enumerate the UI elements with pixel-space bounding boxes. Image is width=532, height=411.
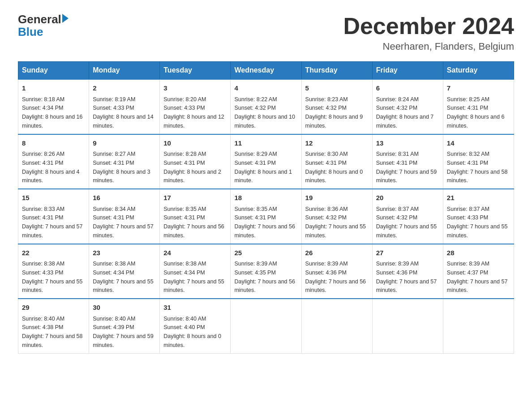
logo-arrow-icon [62,14,69,23]
calendar-cell: 1 Sunrise: 8:18 AMSunset: 4:34 PMDayligh… [18,79,89,134]
calendar-cell: 24 Sunrise: 8:38 AMSunset: 4:34 PMDaylig… [160,244,231,299]
calendar-cell: 5 Sunrise: 8:23 AMSunset: 4:32 PMDayligh… [301,79,372,134]
day-info: Sunrise: 8:36 AMSunset: 4:32 PMDaylight:… [305,206,366,239]
day-info: Sunrise: 8:40 AMSunset: 4:40 PMDaylight:… [163,316,221,348]
day-number: 11 [234,138,297,149]
calendar-cell: 26 Sunrise: 8:39 AMSunset: 4:36 PMDaylig… [301,244,372,299]
calendar-cell: 31 Sunrise: 8:40 AMSunset: 4:40 PMDaylig… [160,299,231,353]
day-info: Sunrise: 8:37 AMSunset: 4:32 PMDaylight:… [376,206,437,239]
calendar-cell: 27 Sunrise: 8:39 AMSunset: 4:36 PMDaylig… [372,244,443,299]
col-wednesday: Wednesday [231,62,301,80]
day-number: 21 [447,193,510,203]
calendar-cell: 29 Sunrise: 8:40 AMSunset: 4:38 PMDaylig… [18,299,89,353]
day-number: 20 [376,193,439,203]
day-info: Sunrise: 8:31 AMSunset: 4:31 PMDaylight:… [376,151,437,184]
col-monday: Monday [89,62,160,80]
calendar-week-row: 29 Sunrise: 8:40 AMSunset: 4:38 PMDaylig… [18,299,514,353]
calendar-cell: 19 Sunrise: 8:36 AMSunset: 4:32 PMDaylig… [301,189,372,244]
day-info: Sunrise: 8:37 AMSunset: 4:33 PMDaylight:… [447,206,508,239]
calendar-cell: 22 Sunrise: 8:38 AMSunset: 4:33 PMDaylig… [18,244,89,299]
day-info: Sunrise: 8:30 AMSunset: 4:31 PMDaylight:… [305,151,363,184]
calendar-cell [301,299,372,353]
calendar-cell: 28 Sunrise: 8:39 AMSunset: 4:37 PMDaylig… [443,244,514,299]
day-number: 15 [22,193,85,203]
calendar-week-row: 15 Sunrise: 8:33 AMSunset: 4:31 PMDaylig… [18,189,514,244]
calendar-cell: 15 Sunrise: 8:33 AMSunset: 4:31 PMDaylig… [18,189,89,244]
calendar-header: Sunday Monday Tuesday Wednesday Thursday… [18,62,514,80]
day-info: Sunrise: 8:20 AMSunset: 4:33 PMDaylight:… [163,96,224,129]
calendar-cell: 13 Sunrise: 8:31 AMSunset: 4:31 PMDaylig… [372,134,443,189]
day-number: 3 [163,83,227,94]
day-number: 29 [22,303,85,313]
logo-blue: Blue [18,25,69,39]
calendar-cell [443,299,514,353]
calendar-week-row: 8 Sunrise: 8:26 AMSunset: 4:31 PMDayligh… [18,134,514,189]
calendar-cell: 10 Sunrise: 8:28 AMSunset: 4:31 PMDaylig… [160,134,231,189]
day-number: 26 [305,248,369,258]
day-info: Sunrise: 8:39 AMSunset: 4:35 PMDaylight:… [234,261,295,293]
day-info: Sunrise: 8:27 AMSunset: 4:31 PMDaylight:… [93,151,150,184]
day-info: Sunrise: 8:35 AMSunset: 4:31 PMDaylight:… [234,206,295,239]
calendar-cell: 20 Sunrise: 8:37 AMSunset: 4:32 PMDaylig… [372,189,443,244]
calendar-table: Sunday Monday Tuesday Wednesday Thursday… [18,61,514,354]
day-info: Sunrise: 8:26 AMSunset: 4:31 PMDaylight:… [22,151,80,184]
day-info: Sunrise: 8:25 AMSunset: 4:31 PMDaylight:… [447,96,505,129]
calendar-cell: 23 Sunrise: 8:38 AMSunset: 4:34 PMDaylig… [89,244,160,299]
title-section: December 2024 Neerharen, Flanders, Belgi… [343,13,514,52]
logo-general: General [18,13,61,25]
calendar-week-row: 22 Sunrise: 8:38 AMSunset: 4:33 PMDaylig… [18,244,514,299]
header-row: Sunday Monday Tuesday Wednesday Thursday… [18,62,514,80]
col-thursday: Thursday [301,62,372,80]
location-title: Neerharen, Flanders, Belgium [343,41,514,52]
col-tuesday: Tuesday [160,62,231,80]
day-number: 16 [93,193,156,203]
page-header: General Blue December 2024 Neerharen, Fl… [18,13,514,52]
day-info: Sunrise: 8:39 AMSunset: 4:36 PMDaylight:… [305,261,366,293]
day-info: Sunrise: 8:19 AMSunset: 4:33 PMDaylight:… [93,96,154,129]
day-number: 31 [163,303,227,313]
calendar-cell [372,299,443,353]
day-info: Sunrise: 8:38 AMSunset: 4:33 PMDaylight:… [22,261,83,293]
day-info: Sunrise: 8:33 AMSunset: 4:31 PMDaylight:… [22,206,83,239]
calendar-cell: 21 Sunrise: 8:37 AMSunset: 4:33 PMDaylig… [443,189,514,244]
day-info: Sunrise: 8:39 AMSunset: 4:36 PMDaylight:… [376,261,437,293]
day-number: 10 [163,138,227,149]
day-info: Sunrise: 8:18 AMSunset: 4:34 PMDaylight:… [22,96,83,129]
day-info: Sunrise: 8:38 AMSunset: 4:34 PMDaylight:… [93,261,154,293]
calendar-cell: 7 Sunrise: 8:25 AMSunset: 4:31 PMDayligh… [443,79,514,134]
day-number: 2 [93,83,156,94]
col-sunday: Sunday [18,62,89,80]
day-number: 14 [447,138,510,149]
calendar-cell [231,299,301,353]
calendar-cell: 2 Sunrise: 8:19 AMSunset: 4:33 PMDayligh… [89,79,160,134]
calendar-cell: 4 Sunrise: 8:22 AMSunset: 4:32 PMDayligh… [231,79,301,134]
col-saturday: Saturday [443,62,514,80]
calendar-cell: 16 Sunrise: 8:34 AMSunset: 4:31 PMDaylig… [89,189,160,244]
day-number: 8 [22,138,85,149]
day-number: 1 [22,83,85,94]
calendar-body: 1 Sunrise: 8:18 AMSunset: 4:34 PMDayligh… [18,79,514,353]
logo: General Blue [18,13,69,39]
calendar-week-row: 1 Sunrise: 8:18 AMSunset: 4:34 PMDayligh… [18,79,514,134]
day-info: Sunrise: 8:38 AMSunset: 4:34 PMDaylight:… [163,261,224,293]
day-info: Sunrise: 8:24 AMSunset: 4:32 PMDaylight:… [376,96,434,129]
calendar-cell: 25 Sunrise: 8:39 AMSunset: 4:35 PMDaylig… [231,244,301,299]
day-info: Sunrise: 8:28 AMSunset: 4:31 PMDaylight:… [163,151,221,184]
day-info: Sunrise: 8:29 AMSunset: 4:31 PMDaylight:… [234,151,292,184]
calendar-cell: 30 Sunrise: 8:40 AMSunset: 4:39 PMDaylig… [89,299,160,353]
calendar-cell: 14 Sunrise: 8:32 AMSunset: 4:31 PMDaylig… [443,134,514,189]
day-number: 6 [376,83,439,94]
day-info: Sunrise: 8:22 AMSunset: 4:32 PMDaylight:… [234,96,295,129]
calendar-cell: 9 Sunrise: 8:27 AMSunset: 4:31 PMDayligh… [89,134,160,189]
day-number: 12 [305,138,369,149]
day-number: 4 [234,83,297,94]
day-number: 9 [93,138,156,149]
day-number: 19 [305,193,369,203]
day-info: Sunrise: 8:40 AMSunset: 4:39 PMDaylight:… [93,316,154,348]
day-info: Sunrise: 8:39 AMSunset: 4:37 PMDaylight:… [447,261,508,293]
day-number: 30 [93,303,156,313]
calendar-cell: 17 Sunrise: 8:35 AMSunset: 4:31 PMDaylig… [160,189,231,244]
calendar-cell: 12 Sunrise: 8:30 AMSunset: 4:31 PMDaylig… [301,134,372,189]
day-number: 13 [376,138,439,149]
day-number: 7 [447,83,510,94]
